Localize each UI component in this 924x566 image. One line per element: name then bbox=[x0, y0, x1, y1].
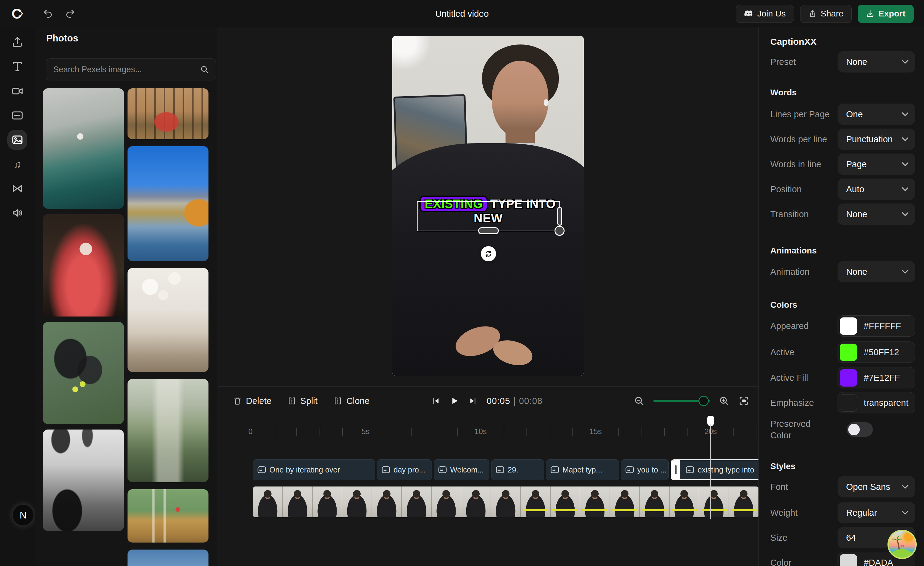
preserved-color-toggle[interactable] bbox=[847, 422, 873, 437]
transition-dropdown[interactable]: None bbox=[838, 203, 915, 225]
ruler-tick bbox=[274, 428, 274, 436]
trash-icon bbox=[233, 396, 242, 405]
rail-item-transitions[interactable] bbox=[10, 182, 24, 195]
position-dropdown[interactable]: Auto bbox=[838, 179, 915, 200]
rail-item-music[interactable]: ♫ bbox=[10, 158, 24, 171]
emphasize-color-swatch[interactable] bbox=[840, 394, 857, 412]
palm-tree-icon bbox=[891, 535, 907, 551]
caption-clip[interactable]: day pro... bbox=[377, 459, 432, 480]
search-box[interactable] bbox=[46, 59, 216, 80]
caption-clip-selected[interactable]: existing type into bbox=[671, 459, 758, 480]
weight-label: Weight bbox=[770, 508, 798, 518]
captions-icon bbox=[11, 109, 23, 122]
photo-thumbnail[interactable] bbox=[128, 549, 208, 566]
caption-clip[interactable]: One by iterating over bbox=[253, 459, 375, 480]
animation-dropdown[interactable]: None bbox=[838, 261, 915, 282]
timeline-zoom-slider[interactable] bbox=[653, 400, 710, 402]
active-color-swatch[interactable] bbox=[840, 344, 857, 361]
redo-icon bbox=[64, 9, 75, 19]
emphasize-color-picker[interactable]: transparent bbox=[838, 392, 915, 413]
caption-clip-icon bbox=[438, 466, 447, 473]
appeared-color-swatch[interactable] bbox=[840, 318, 857, 335]
resize-handle-bottom[interactable] bbox=[478, 227, 499, 234]
photo-thumbnail[interactable] bbox=[128, 379, 208, 482]
photo-thumbnail[interactable] bbox=[43, 322, 124, 424]
position-label: Position bbox=[770, 184, 802, 194]
words-per-line-dropdown[interactable]: Punctuation bbox=[838, 129, 915, 150]
rail-item-upload[interactable] bbox=[10, 36, 24, 49]
video-preview[interactable]: EXISTING TYPE INTO NEW bbox=[392, 36, 584, 376]
rail-item-captions[interactable] bbox=[10, 109, 24, 122]
fit-view-button[interactable] bbox=[738, 395, 749, 406]
skip-start-button[interactable] bbox=[431, 396, 440, 405]
zoom-in-button[interactable] bbox=[719, 396, 729, 406]
search-input[interactable] bbox=[46, 65, 200, 74]
photo-thumbnail[interactable] bbox=[43, 429, 124, 531]
ruler-tick bbox=[618, 428, 619, 436]
top-bar-actions: Join Us Share Export bbox=[736, 0, 914, 27]
skip-end-button[interactable] bbox=[468, 396, 477, 405]
timeline-ruler[interactable]: 05s10s15s20s bbox=[218, 423, 758, 441]
photo-thumbnail[interactable] bbox=[43, 88, 124, 209]
rail-item-text[interactable] bbox=[10, 60, 24, 74]
trim-handle-left[interactable] bbox=[672, 460, 680, 479]
ruler-tick bbox=[573, 428, 573, 436]
redo-button[interactable] bbox=[61, 5, 78, 22]
lines-per-page-label: Lines per Page bbox=[770, 109, 830, 119]
caption-clip[interactable]: Mapet typ... bbox=[546, 459, 619, 480]
words-in-line-dropdown[interactable]: Page bbox=[838, 154, 915, 175]
resize-handle-corner[interactable] bbox=[555, 226, 565, 236]
photo-thumbnail[interactable] bbox=[128, 88, 208, 139]
rail-item-photos[interactable] bbox=[10, 133, 24, 146]
video-track-filmstrip[interactable] bbox=[253, 486, 758, 517]
rail-item-video[interactable] bbox=[10, 84, 24, 98]
ruler-label: 20s bbox=[705, 427, 717, 436]
resize-handle-right[interactable] bbox=[557, 207, 562, 226]
font-dropdown[interactable]: Open Sans bbox=[838, 476, 915, 497]
user-avatar[interactable]: N bbox=[13, 505, 33, 525]
export-button[interactable]: Export bbox=[858, 5, 914, 23]
caption-clip[interactable]: you to ... bbox=[621, 459, 669, 480]
photo-thumbnail[interactable] bbox=[128, 146, 208, 261]
caption-clip-label: you to ... bbox=[637, 465, 666, 474]
photo-thumbnail[interactable] bbox=[128, 489, 208, 543]
rotate-handle[interactable] bbox=[481, 246, 496, 261]
time-separator: | bbox=[513, 396, 516, 406]
caption-selection-box[interactable] bbox=[417, 201, 560, 231]
caption-clip[interactable]: 29. bbox=[491, 459, 544, 480]
share-button[interactable]: Share bbox=[800, 5, 852, 23]
timecode: 00:05 | 00:08 bbox=[487, 396, 543, 406]
photo-thumbnail[interactable] bbox=[128, 268, 208, 372]
caption-clip-label: Welcom... bbox=[450, 465, 484, 474]
ruler-label: 0 bbox=[248, 427, 253, 436]
share-label: Share bbox=[821, 9, 844, 19]
preset-dropdown[interactable]: None bbox=[838, 51, 915, 72]
split-button[interactable]: Split bbox=[287, 396, 317, 406]
lines-per-page-dropdown[interactable]: One bbox=[838, 104, 915, 125]
caption-clip[interactable]: Welcom... bbox=[434, 459, 489, 480]
image-icon bbox=[11, 134, 23, 146]
active-fill-color-swatch[interactable] bbox=[840, 369, 857, 387]
play-button[interactable] bbox=[450, 396, 459, 406]
text-color-swatch[interactable] bbox=[840, 554, 857, 566]
appeared-color-picker[interactable]: #FFFFFF bbox=[838, 315, 915, 337]
clone-button[interactable]: Clone bbox=[333, 396, 369, 406]
caption-track: One by iterating over day pro... Welcom.… bbox=[218, 459, 758, 480]
active-color-picker[interactable]: #50FF12 bbox=[838, 342, 915, 363]
delete-button[interactable]: Delete bbox=[233, 396, 272, 406]
chevron-down-icon bbox=[902, 485, 909, 489]
island-sticker[interactable] bbox=[888, 530, 917, 559]
join-us-button[interactable]: Join Us bbox=[736, 5, 794, 23]
zoom-slider-knob[interactable] bbox=[699, 396, 709, 406]
frame-caption-line bbox=[582, 509, 608, 511]
weight-dropdown[interactable]: Regular bbox=[838, 502, 915, 523]
words-per-line-label: Words per line bbox=[770, 134, 827, 145]
undo-button[interactable] bbox=[40, 5, 57, 22]
rail-item-audio[interactable] bbox=[10, 206, 24, 220]
time-total: 00:08 bbox=[519, 396, 543, 406]
photo-thumbnail[interactable] bbox=[43, 214, 124, 316]
ruler-label: 10s bbox=[474, 427, 487, 436]
active-fill-color-picker[interactable]: #7E12FF bbox=[838, 367, 915, 388]
zoom-out-button[interactable] bbox=[634, 396, 644, 406]
animation-label: Animation bbox=[770, 267, 810, 277]
